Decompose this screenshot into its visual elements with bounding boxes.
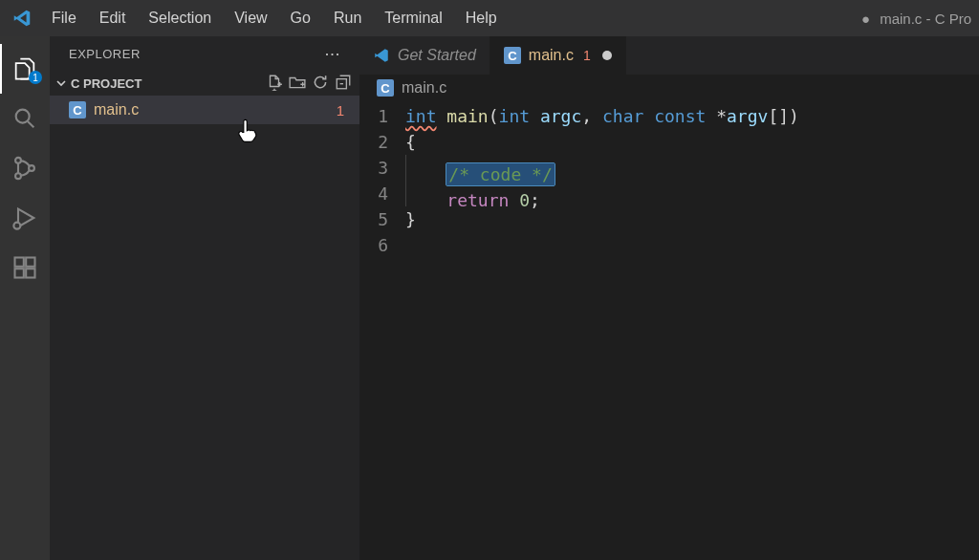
code-line[interactable]: [405, 232, 979, 258]
refresh-icon[interactable]: [312, 74, 329, 94]
new-file-icon[interactable]: [266, 74, 283, 94]
code-line[interactable]: return 0;: [405, 181, 979, 206]
window-title-text: main.c - C Pro: [880, 11, 971, 27]
c-file-icon: C: [69, 101, 86, 118]
line-number: 2: [359, 129, 388, 155]
code-lines[interactable]: int main(int argc, char const *argv[]) {…: [405, 103, 979, 258]
line-number: 6: [359, 232, 388, 258]
line-number: 4: [359, 181, 388, 206]
project-actions: [266, 74, 352, 94]
svg-point-2: [15, 173, 21, 179]
line-number: 3: [359, 155, 388, 181]
vscode-logo: [4, 8, 40, 29]
tab-label: main.c: [529, 47, 574, 64]
activity-extensions[interactable]: [0, 243, 50, 292]
tab-get-started[interactable]: Get Started: [359, 36, 490, 75]
line-number-gutter: 1 2 3 4 5 6: [359, 103, 405, 258]
line-number: 5: [359, 206, 388, 232]
window-title: ● main.c - C Pro: [861, 11, 975, 27]
code-line[interactable]: int main(int argc, char const *argv[]): [405, 103, 979, 129]
code-line[interactable]: {: [405, 129, 979, 155]
tab-row: Get Started C main.c 1: [359, 36, 979, 75]
menu-file[interactable]: File: [40, 4, 88, 32]
explorer-badge: 1: [29, 71, 42, 84]
editor-area: Get Started C main.c 1 C main.c 1 2 3 4 …: [359, 36, 979, 560]
file-name: main.c: [94, 101, 337, 118]
tab-label: Get Started: [398, 47, 476, 64]
code-line[interactable]: }: [405, 206, 979, 232]
activity-source-control[interactable]: [0, 143, 50, 193]
new-folder-icon[interactable]: [289, 74, 306, 94]
tab-main-c[interactable]: C main.c 1: [490, 36, 626, 75]
svg-point-1: [15, 158, 21, 163]
breadcrumb-path: main.c: [402, 79, 446, 97]
chevron-down-icon: [55, 77, 67, 89]
menu-items: File Edit Selection View Go Run Terminal…: [40, 4, 509, 32]
project-header[interactable]: C PROJECT: [50, 71, 359, 96]
vscode-icon: [373, 47, 390, 64]
menu-help[interactable]: Help: [454, 4, 509, 32]
activity-run-debug[interactable]: [0, 193, 50, 243]
activity-bar: 1: [0, 36, 50, 560]
svg-rect-7: [26, 269, 34, 277]
dirty-dot-icon: [602, 51, 612, 60]
sidebar-more-icon[interactable]: ···: [324, 44, 340, 64]
menu-go[interactable]: Go: [279, 4, 322, 32]
menu-selection[interactable]: Selection: [137, 4, 223, 32]
code-editor[interactable]: 1 2 3 4 5 6 int main(int argc, char cons…: [359, 101, 979, 258]
svg-rect-8: [26, 258, 34, 267]
tab-error-badge: 1: [583, 48, 591, 63]
svg-rect-6: [15, 269, 24, 277]
menu-terminal[interactable]: Terminal: [373, 4, 453, 32]
project-name: C PROJECT: [71, 76, 141, 91]
line-number: 1: [359, 103, 388, 129]
dirty-indicator-icon: ●: [861, 11, 870, 27]
menu-bar: File Edit Selection View Go Run Terminal…: [0, 0, 979, 36]
activity-explorer[interactable]: 1: [0, 44, 50, 94]
sidebar-header: EXPLORER ···: [50, 36, 359, 71]
file-row-main-c[interactable]: C main.c 1: [50, 96, 359, 124]
menu-edit[interactable]: Edit: [88, 4, 138, 32]
c-file-icon: C: [504, 47, 521, 64]
breadcrumb[interactable]: C main.c: [359, 75, 979, 101]
c-file-icon: C: [377, 79, 394, 97]
svg-point-4: [13, 223, 20, 229]
menu-view[interactable]: View: [223, 4, 278, 32]
code-line[interactable]: /* code */: [405, 155, 979, 181]
menu-run[interactable]: Run: [322, 4, 373, 32]
sidebar-title: EXPLORER: [69, 47, 141, 61]
file-error-count: 1: [337, 102, 344, 118]
activity-search[interactable]: [0, 94, 50, 143]
svg-rect-5: [15, 258, 24, 267]
collapse-all-icon[interactable]: [335, 74, 352, 94]
sidebar: EXPLORER ··· C PROJECT: [50, 36, 359, 560]
svg-point-3: [29, 165, 34, 171]
svg-point-0: [16, 110, 30, 123]
